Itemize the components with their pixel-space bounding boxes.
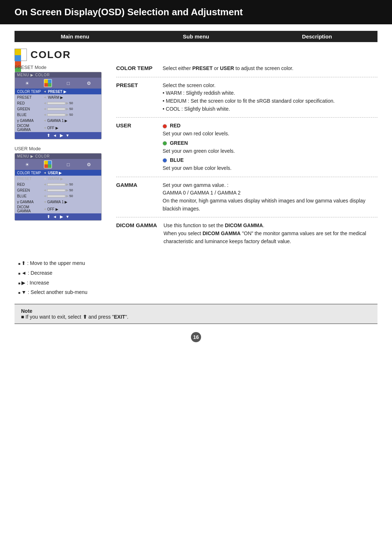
note-text: ■ If you want to exit, select ⬆ and pres… <box>21 314 128 320</box>
red-dot-icon <box>163 124 167 128</box>
separator-3 <box>116 177 377 177</box>
osd-bottom-nav-preset: ⬆ ◄ ▶ ▼ <box>15 132 101 139</box>
osd-sun-icon-user: ☀ <box>23 160 31 168</box>
desc-colortemp-body: Select either PRESET or USER to adjust t… <box>163 65 377 73</box>
osd-row-green-user: GREEN ◄ ▶ 50 <box>15 187 101 193</box>
desc-user-term: USER <box>116 122 156 128</box>
menu-bar-sub: Sub menu <box>135 33 256 40</box>
osd-sun-icon: ☀ <box>23 79 31 87</box>
user-green-row: GREEN Set your own green color levels. <box>163 139 377 155</box>
osd-color-squares-icon-user <box>44 160 52 168</box>
blue-label: BLUE <box>170 157 184 163</box>
green-dot-icon <box>163 141 167 146</box>
osd-topbar-preset: MENU ▶ COLOR <box>15 72 101 78</box>
osd-row-green-preset: GREEN ◄ ▶ 50 <box>15 106 101 112</box>
color-title-row: COLOR <box>15 49 377 61</box>
desc-user: USER RED Set your own red color levels. … <box>116 122 377 172</box>
osd-row-colortemp-user: COLOR TEMP ◄ USER ▶ <box>15 170 101 176</box>
osd-left-btn-user[interactable]: ◄ <box>53 214 57 219</box>
desc-dicom-body: Use this function to set the DICOM GAMMA… <box>164 222 378 245</box>
osd-monitor-icon-user: □ <box>64 160 72 168</box>
osd-row-dicom-user: DICOM GAMMA ◄ OFF ▶ <box>15 205 101 213</box>
left-col: PRESET Mode MENU ▶ COLOR ☀ □ ⚙ <box>15 65 105 227</box>
osd-left-btn-preset[interactable]: ◄ <box>53 133 57 138</box>
osd-down-btn-user[interactable]: ▼ <box>66 214 70 219</box>
osd-row-blue-user: BLUE ◄ ▶ 50 <box>15 193 101 199</box>
legend-item-up: ⬆ : Move to the upper menu <box>18 258 377 268</box>
osd-row-gamma-preset: γ GAMMA ◄ GAMMA 1 ▶ <box>15 118 101 123</box>
main-columns: PRESET Mode MENU ▶ COLOR ☀ □ ⚙ <box>15 65 377 248</box>
content-area: COLOR PRESET Mode MENU ▶ COLOR ☀ <box>15 49 377 297</box>
blue-dot-icon <box>163 158 167 163</box>
desc-colortemp: COLOR TEMP Select either PRESET or USER … <box>116 65 377 73</box>
osd-color-squares-icon <box>44 79 52 87</box>
desc-gamma-term: GAMMA <box>116 181 156 188</box>
osd-gear-icon: ⚙ <box>85 79 93 87</box>
desc-dicom-term: DICOM GAMMA <box>116 222 157 228</box>
osd-row-gamma-user: γ GAMMA ◄ GAMMA 1 ▶ <box>15 199 101 205</box>
bottom-legend: ⬆ : Move to the upper menu ◄ : Decrease … <box>15 258 377 297</box>
desc-preset: PRESET Select the screen color. • WARM :… <box>116 82 377 113</box>
osd-panel-user: MENU ▶ COLOR ☀ □ ⚙ COLOR <box>15 153 102 221</box>
separator-2 <box>116 117 377 118</box>
separator-1 <box>116 77 377 77</box>
osd-row-preset-user: PRESET ◄ WARM ▶ <box>15 176 101 181</box>
osd-bottom-nav-user: ⬆ ◄ ▶ ▼ <box>15 213 101 220</box>
osd-icons-row-preset: ☀ □ ⚙ <box>15 78 101 89</box>
osd-row-red-user: RED ◄ ▶ 50 <box>15 181 101 187</box>
legend-item-decrease: ◄ : Decrease <box>18 268 377 278</box>
osd-row-blue-preset: BLUE ◄ ▶ 50 <box>15 112 101 118</box>
menu-bar: Main menu Sub menu Description <box>15 31 377 42</box>
osd-down-btn-preset[interactable]: ▼ <box>66 133 70 138</box>
osd-up-btn-preset[interactable]: ⬆ <box>47 133 50 138</box>
green-desc: Set your own green color levels. <box>163 148 235 154</box>
right-col: COLOR TEMP Select either PRESET or USER … <box>116 65 377 248</box>
menu-bar-main: Main menu <box>15 33 135 40</box>
preset-mode-label: PRESET Mode <box>15 65 105 70</box>
legend-list: ⬆ : Move to the upper menu ◄ : Decrease … <box>15 258 377 297</box>
osd-monitor-icon: □ <box>64 79 72 87</box>
note-label: Note <box>21 308 32 314</box>
desc-user-body: RED Set your own red color levels. GREEN… <box>163 122 377 172</box>
osd-right-btn-user[interactable]: ▶ <box>60 214 63 219</box>
osd-row-red-preset: RED ◄ ▶ 50 <box>15 100 101 106</box>
osd-row-preset-preset: PRESET ◄ WARM ▶ <box>15 94 101 100</box>
osd-topbar-user: MENU ▶ COLOR <box>15 154 101 159</box>
red-desc: Set your own red color levels. <box>163 131 229 136</box>
user-blue-row: BLUE Set your own blue color levels. <box>163 156 377 172</box>
page-header: On Screen Display(OSD) Selection and Adj… <box>0 0 392 24</box>
page-number: 16 <box>191 332 201 342</box>
note-box: Note ■ If you want to exit, select ⬆ and… <box>15 304 377 324</box>
color-heading: COLOR <box>30 49 71 61</box>
user-red-row: RED Set your own red color levels. <box>163 122 377 138</box>
desc-gamma-body: Set your own gamma value. : GAMMA 0 / GA… <box>163 181 377 213</box>
legend-item-submenu: ▼ : Select another sub-menu <box>18 287 377 297</box>
osd-icons-row-user: ☀ □ ⚙ <box>15 159 101 170</box>
red-label: RED <box>170 123 181 128</box>
desc-preset-body: Select the screen color. • WARM : Slight… <box>163 82 377 113</box>
legend-item-increase: ▶ : Increase <box>18 278 377 288</box>
separator-4 <box>116 217 377 217</box>
desc-gamma: GAMMA Set your own gamma value. : GAMMA … <box>116 181 377 213</box>
desc-colortemp-term: COLOR TEMP <box>116 65 156 71</box>
blue-desc: Set your own blue color levels. <box>163 165 232 171</box>
menu-bar-desc: Description <box>257 33 377 40</box>
osd-up-btn-user[interactable]: ⬆ <box>47 214 50 219</box>
osd-row-colortemp-preset: COLOR TEMP ◄ PRESET ▶ <box>15 89 101 94</box>
osd-gear-icon-user: ⚙ <box>85 160 93 168</box>
desc-dicom: DICOM GAMMA Use this function to set the… <box>116 222 377 245</box>
desc-preset-term: PRESET <box>116 82 156 88</box>
user-mode-label: USER Mode <box>15 146 105 151</box>
color-icon <box>15 49 27 61</box>
osd-row-dicom-preset: DICOM GAMMA ◄ OFF ▶ <box>15 123 101 132</box>
osd-right-btn-preset[interactable]: ▶ <box>60 133 63 138</box>
osd-panel-preset: MENU ▶ COLOR ☀ □ ⚙ <box>15 72 102 139</box>
green-label: GREEN <box>170 140 188 146</box>
page-number-row: 16 <box>0 332 392 342</box>
